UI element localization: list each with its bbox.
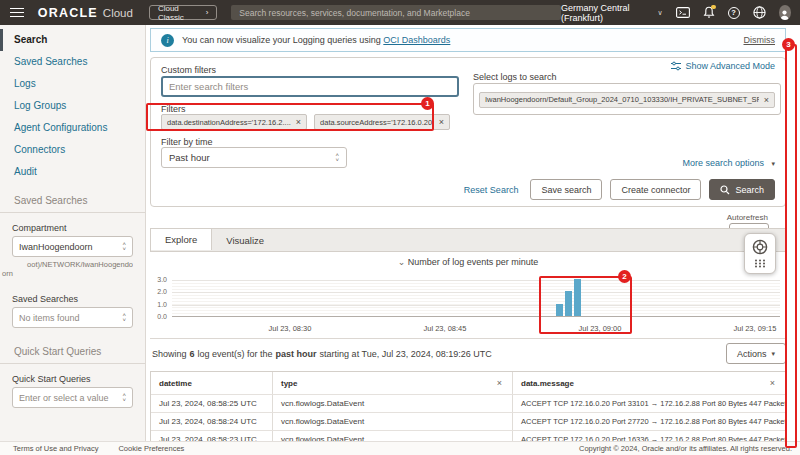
filter-by-time-label: Filter by time xyxy=(161,137,213,147)
search-button[interactable]: Search xyxy=(709,179,775,200)
compartment-path: oot)/NETWORK/IwanHoogendo xyxy=(12,260,133,269)
log-selection-chip: IwanHoogendoorn/Default_Group_2024_0710_… xyxy=(479,92,775,108)
select-logs-field[interactable]: IwanHoogendoorn/Default_Group_2024_0710_… xyxy=(473,83,781,115)
chart-collapse-header[interactable]: ⌄ Number of log events per minute xyxy=(150,257,786,267)
global-search-input[interactable] xyxy=(231,5,561,20)
chart-bar xyxy=(565,291,572,316)
tab-explore[interactable]: Explore xyxy=(151,228,212,250)
x-tick: Jul 23, 08:45 xyxy=(405,324,485,333)
table-row[interactable]: Jul 23, 2024, 08:58:24 UTC vcn.flowlogs.… xyxy=(151,412,785,430)
announcements-bell-icon[interactable] xyxy=(703,6,715,20)
y-tick: 2.0 xyxy=(150,288,167,295)
chevron-down-icon: ⌄ xyxy=(398,257,406,267)
region-selector[interactable]: Germany Central (Frankfurt) ∨ xyxy=(561,3,663,23)
dismiss-link[interactable]: Dismiss xyxy=(744,35,776,45)
compartment-select[interactable]: IwanHoogendoorn ˄˅ xyxy=(12,236,133,257)
brand-cloud: Cloud xyxy=(103,7,133,19)
y-tick: 1.0 xyxy=(150,301,167,308)
brand-oracle: ORACLE xyxy=(38,6,98,20)
sliders-icon xyxy=(671,61,681,71)
remove-filter-icon[interactable]: × xyxy=(439,117,444,127)
language-globe-icon[interactable] xyxy=(753,6,766,20)
saved-searches-label: Saved Searches xyxy=(12,294,133,304)
chart-plot-area xyxy=(172,280,780,317)
result-count: 6 xyxy=(190,349,195,359)
tab-visualize[interactable]: Visualize xyxy=(212,229,278,251)
help-icon[interactable]: ? xyxy=(728,6,740,20)
banner-text: You can now visualize your Logging queri… xyxy=(182,35,381,45)
message-cell: ACCEPT TCP 172.16.0.20 Port 27720 → 172.… xyxy=(512,413,785,430)
remove-column-icon[interactable]: × xyxy=(497,378,502,388)
filter-chip-source: data.sourceAddress='172.16.0.20' × xyxy=(314,114,450,130)
sidebar-item-log-groups[interactable]: Log Groups xyxy=(0,95,145,117)
table-header-row: datetime type × data.message × xyxy=(151,372,785,394)
compartment-label: Compartment xyxy=(12,223,133,233)
cloud-classic-label: Cloud Classic xyxy=(158,4,201,22)
custom-filters-input[interactable] xyxy=(161,76,459,97)
remove-log-icon[interactable]: × xyxy=(764,95,769,105)
search-filters-card: Custom filters Show Advanced Mode Select… xyxy=(150,57,786,207)
support-life-ring-icon[interactable] xyxy=(752,239,768,255)
chevron-right-icon: › xyxy=(206,8,209,17)
x-tick: Jul 23, 08:30 xyxy=(250,324,330,333)
chart-bar xyxy=(556,304,563,316)
more-search-options-link[interactable]: More search options ▾ xyxy=(682,158,775,168)
y-tick: 3.0 xyxy=(150,276,167,283)
time-period: past hour xyxy=(276,349,317,359)
actions-button[interactable]: Actions ▾ xyxy=(726,343,786,364)
chart-bar xyxy=(574,279,581,316)
select-logs-label: Select logs to search xyxy=(473,72,557,82)
custom-filters-label: Custom filters xyxy=(161,65,216,75)
quick-start-placeholder: Enter or select a value xyxy=(19,393,109,403)
column-header-datetime: datetime xyxy=(151,379,272,388)
notification-badge xyxy=(711,5,716,10)
compartment-path-wrap: orn xyxy=(2,269,145,278)
save-search-button[interactable]: Save search xyxy=(530,179,602,200)
create-connector-button[interactable]: Create connector xyxy=(610,179,701,200)
message-cell: ACCEPT TCP 172.16.0.20 Port 33101 → 172.… xyxy=(512,395,785,412)
column-header-type: type × xyxy=(272,372,512,394)
sidebar-item-logs[interactable]: Logs xyxy=(0,73,145,95)
oracle-cloud-logging-search-page: ORACLE Cloud Cloud Classic › Germany Cen… xyxy=(0,0,800,455)
cloud-classic-button[interactable]: Cloud Classic › xyxy=(149,5,217,20)
apps-grid-icon[interactable] xyxy=(754,259,766,268)
reset-search-link[interactable]: Reset Search xyxy=(464,185,519,195)
sidebar-item-saved-searches[interactable]: Saved Searches xyxy=(0,51,145,73)
stepper-icon: ˄˅ xyxy=(122,313,126,322)
oracle-cloud-logo: ORACLE Cloud xyxy=(38,6,133,20)
user-avatar[interactable] xyxy=(779,5,791,20)
filter-chips-row: data.destinationAddress='172.16.2.... × … xyxy=(161,114,450,130)
sidebar: Search Saved Searches Logs Log Groups Ag… xyxy=(0,25,146,441)
terms-link[interactable]: Terms of Use and Privacy xyxy=(13,444,98,453)
message-cell: ACCEPT TCP 172.16.0.20 Port 16336 → 172.… xyxy=(512,431,785,441)
oci-dashboards-link[interactable]: OCI Dashboards xyxy=(383,35,450,45)
table-row[interactable]: Jul 23, 2024, 08:58:23 UTC vcn.flowlogs.… xyxy=(151,430,785,441)
sidebar-item-connectors[interactable]: Connectors xyxy=(0,139,145,161)
saved-searches-select[interactable]: No items found ˄˅ xyxy=(12,307,133,328)
topbar: ORACLE Cloud Cloud Classic › Germany Cen… xyxy=(0,0,800,25)
compartment-value: IwanHoogendoorn xyxy=(19,242,93,252)
results-tabbar: Explore Visualize xyxy=(150,228,786,252)
cloud-shell-icon[interactable] xyxy=(676,6,690,20)
cookie-preferences-link[interactable]: Cookie Preferences xyxy=(118,444,184,453)
autorefresh-label: Autorefresh xyxy=(727,213,768,222)
show-advanced-mode-link[interactable]: Show Advanced Mode xyxy=(671,61,775,71)
footer: Terms of Use and Privacy Cookie Preferen… xyxy=(0,441,800,455)
hamburger-menu-icon[interactable] xyxy=(0,0,34,25)
saved-searches-value: No items found xyxy=(19,313,80,323)
results-summary-row: Showing 6 log event(s) for the past hour… xyxy=(150,338,786,368)
remove-column-icon[interactable]: × xyxy=(770,378,775,388)
table-row[interactable]: Jul 23, 2024, 08:58:25 UTC vcn.flowlogs.… xyxy=(151,394,785,412)
sidebar-item-audit[interactable]: Audit xyxy=(0,161,145,183)
info-banner: i You can now visualize your Logging que… xyxy=(150,28,786,52)
topbar-right: Germany Central (Frankfurt) ∨ ? xyxy=(561,3,800,23)
sidebar-item-agent-configurations[interactable]: Agent Configurations xyxy=(0,117,145,139)
filter-by-time-select[interactable]: Past hour ˄˅ xyxy=(161,147,347,168)
time-value: Past hour xyxy=(169,152,210,163)
quick-start-select[interactable]: Enter or select a value ˄˅ xyxy=(12,387,133,408)
y-tick: 0.0 xyxy=(150,313,167,320)
remove-filter-icon[interactable]: × xyxy=(296,117,301,127)
quick-start-section-header: Quick Start Queries xyxy=(0,346,145,364)
sidebar-item-search[interactable]: Search xyxy=(0,29,145,51)
x-tick: Jul 23, 09:15 xyxy=(715,324,795,333)
